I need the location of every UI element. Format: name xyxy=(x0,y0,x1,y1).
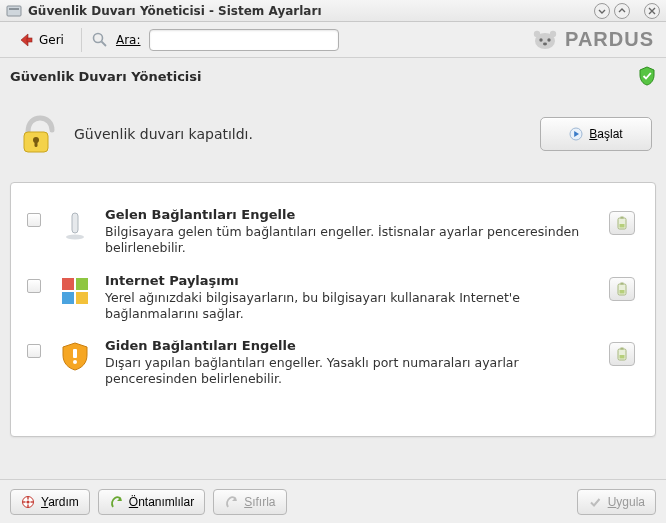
svg-line-4 xyxy=(101,41,106,46)
svg-rect-19 xyxy=(620,224,625,228)
window: Güvenlik Duvarı Yöneticisi - Sistem Ayar… xyxy=(0,0,666,523)
brand-logo-icon xyxy=(531,28,559,52)
svg-rect-2 xyxy=(27,38,32,42)
svg-point-7 xyxy=(550,30,556,36)
item-desc: Yerel ağınızdaki bilgisayarların, bu bil… xyxy=(105,290,599,323)
item-desc: Dışarı yapılan bağlantıları engeller. Ya… xyxy=(105,355,599,388)
toolbar: Geri Ara: pardus xyxy=(0,22,666,58)
window-controls xyxy=(594,3,660,19)
checkbox-sharing[interactable] xyxy=(27,279,41,293)
battery-icon xyxy=(616,282,628,296)
svg-rect-27 xyxy=(73,349,77,358)
bottombar: Yardım Öntanımlılar Sıfırla Uygula xyxy=(0,479,666,523)
svg-rect-34 xyxy=(27,496,28,499)
item-title: Internet Paylaşımı xyxy=(105,273,599,288)
window-title: Güvenlik Duvarı Yöneticisi - Sistem Ayar… xyxy=(28,4,594,18)
settings-button-sharing[interactable] xyxy=(609,277,635,301)
lock-icon xyxy=(14,110,62,158)
outgoing-icon xyxy=(59,340,91,372)
apply-button[interactable]: Uygula xyxy=(577,489,656,515)
close-button[interactable] xyxy=(644,3,660,19)
status-text: Güvenlik duvarı kapatıldı. xyxy=(74,126,528,142)
toolbar-separator xyxy=(81,28,82,52)
svg-point-33 xyxy=(26,500,29,503)
item-text: Gelen Bağlantıları Engelle Bilgisayara g… xyxy=(105,207,599,257)
svg-point-28 xyxy=(73,360,77,364)
item-desc: Bilgisayara gelen tüm bağlantıları engel… xyxy=(105,224,599,257)
reset-button[interactable]: Sıfırla xyxy=(213,489,286,515)
back-button[interactable]: Geri xyxy=(8,28,73,52)
item-text: Giden Bağlantıları Engelle Dışarı yapıla… xyxy=(105,338,599,388)
defaults-button[interactable]: Öntanımlılar xyxy=(98,489,205,515)
help-button[interactable]: Yardım xyxy=(10,489,90,515)
incoming-icon xyxy=(59,209,91,241)
help-label: Yardım xyxy=(41,495,79,509)
svg-rect-21 xyxy=(76,278,88,290)
reset-icon xyxy=(224,495,238,509)
item-text: Internet Paylaşımı Yerel ağınızdaki bilg… xyxy=(105,273,599,323)
defaults-label: Öntanımlılar xyxy=(129,495,194,509)
svg-rect-37 xyxy=(31,501,34,502)
apply-icon xyxy=(588,495,602,509)
svg-point-6 xyxy=(534,30,540,36)
maximize-button[interactable] xyxy=(614,3,630,19)
svg-point-3 xyxy=(93,33,102,42)
svg-rect-0 xyxy=(7,6,21,16)
play-icon xyxy=(569,127,583,141)
search-icon xyxy=(90,30,110,50)
svg-rect-18 xyxy=(621,217,624,219)
content: Güvenlik Duvarı Yöneticisi Güvenlik duva… xyxy=(0,58,666,479)
svg-rect-31 xyxy=(620,355,625,359)
checkbox-outgoing[interactable] xyxy=(27,344,41,358)
svg-rect-25 xyxy=(621,282,624,284)
settings-button-incoming[interactable] xyxy=(609,211,635,235)
brand: pardus xyxy=(531,28,658,52)
svg-rect-35 xyxy=(27,504,28,507)
svg-rect-20 xyxy=(62,278,74,290)
back-arrow-icon xyxy=(17,32,35,48)
svg-rect-36 xyxy=(23,501,26,502)
checkbox-incoming[interactable] xyxy=(27,213,41,227)
module-header: Güvenlik Duvarı Yöneticisi xyxy=(10,64,656,92)
brand-text: pardus xyxy=(565,28,654,51)
sharing-icon xyxy=(59,275,91,307)
item-incoming: Gelen Bağlantıları Engelle Bilgisayara g… xyxy=(25,199,641,265)
search-input[interactable] xyxy=(149,29,339,51)
svg-rect-30 xyxy=(621,348,624,350)
svg-rect-15 xyxy=(72,213,78,233)
item-title: Gelen Bağlantıları Engelle xyxy=(105,207,599,222)
titlebar: Güvenlik Duvarı Yöneticisi - Sistem Ayar… xyxy=(0,0,666,22)
settings-button-outgoing[interactable] xyxy=(609,342,635,366)
svg-point-10 xyxy=(543,42,547,45)
options-panel: Gelen Bağlantıları Engelle Bilgisayara g… xyxy=(10,182,656,437)
defaults-icon xyxy=(109,495,123,509)
battery-icon xyxy=(616,216,628,230)
back-label: Geri xyxy=(39,33,64,47)
status-row: Güvenlik duvarı kapatıldı. Başlat xyxy=(10,110,656,178)
help-icon xyxy=(21,495,35,509)
svg-rect-23 xyxy=(76,292,88,304)
reset-label: Sıfırla xyxy=(244,495,275,509)
shield-icon xyxy=(638,66,656,86)
battery-icon xyxy=(616,347,628,361)
app-icon xyxy=(6,3,22,19)
svg-rect-1 xyxy=(9,8,19,10)
svg-rect-26 xyxy=(620,290,625,294)
item-outgoing: Giden Bağlantıları Engelle Dışarı yapıla… xyxy=(25,330,641,396)
item-sharing: Internet Paylaşımı Yerel ağınızdaki bilg… xyxy=(25,265,641,331)
svg-rect-22 xyxy=(62,292,74,304)
item-title: Giden Bağlantıları Engelle xyxy=(105,338,599,353)
svg-rect-13 xyxy=(35,141,38,147)
search-label: Ara: xyxy=(116,33,141,47)
module-title: Güvenlik Duvarı Yöneticisi xyxy=(10,69,638,84)
svg-point-8 xyxy=(539,38,542,41)
start-label: Başlat xyxy=(589,127,622,141)
start-button[interactable]: Başlat xyxy=(540,117,652,151)
svg-point-16 xyxy=(66,235,84,240)
svg-point-9 xyxy=(547,38,550,41)
apply-label: Uygula xyxy=(608,495,645,509)
minimize-button[interactable] xyxy=(594,3,610,19)
